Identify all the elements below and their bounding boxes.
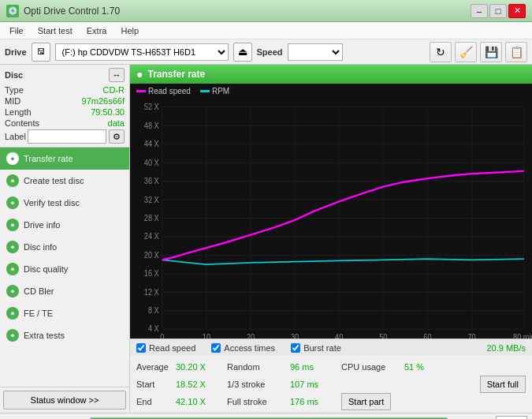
chart-legend: Read speed RPM <box>130 84 532 98</box>
stat-cpu-key: CPU usage <box>341 362 404 372</box>
stats-row-2: Start 18.52 X 1/3 stroke 107 ms Start fu… <box>136 376 526 393</box>
stat-end-key: End <box>136 397 176 406</box>
nav-icon-create-test-disc: ● <box>6 174 19 187</box>
start-part-button[interactable]: Start part <box>341 393 391 410</box>
stat-end-val: 42.10 X <box>176 397 227 406</box>
legend-read-speed-label: Read speed <box>148 87 191 95</box>
svg-text:28 X: 28 X <box>144 213 159 223</box>
nav-items: ● Transfer rate ● Create test disc ● Ver… <box>0 148 129 387</box>
cb-burst-rate[interactable]: Burst rate <box>291 343 341 353</box>
disc-length-val: 79:50.30 <box>91 107 125 117</box>
disc-label-input[interactable] <box>28 129 106 144</box>
stats-area: Average 30.20 X Random 96 ms CPU usage 5… <box>130 356 532 413</box>
nav-icon-verify-test-disc: ● <box>6 196 19 209</box>
close-button[interactable]: ✕ <box>508 4 526 18</box>
nav-icon-fe-te: ● <box>6 307 19 320</box>
svg-text:52 X: 52 X <box>144 103 159 112</box>
sidebar: Disc ↔ Type CD-R MID 97m26s66f Length 79… <box>0 65 130 413</box>
drive-bar: Drive 🖫 (F:) hp CDDVDW TS-H653T H6D1 ⏏ S… <box>0 39 532 65</box>
svg-text:70: 70 <box>467 333 476 339</box>
disc-label-settings-button[interactable]: ⚙ <box>109 129 125 144</box>
cb-access-times-label: Access times <box>224 343 275 353</box>
drive-select[interactable]: (F:) hp CDDVDW TS-H653T H6D1 <box>55 43 229 61</box>
nav-icon-extra-tests: ● <box>6 329 19 342</box>
stat-fullstroke-key: Full stroke <box>227 397 290 406</box>
sidebar-bottom: Status window >> <box>0 387 129 413</box>
svg-text:20 X: 20 X <box>144 250 159 260</box>
content-area: ● Transfer rate Read speed RPM <box>130 65 532 413</box>
cb-read-speed-label: Read speed <box>149 343 195 353</box>
main-layout: Disc ↔ Type CD-R MID 97m26s66f Length 79… <box>0 65 532 413</box>
disc-length-key: Length <box>5 107 32 117</box>
status-window-button[interactable]: Status window >> <box>3 391 126 410</box>
svg-text:40 X: 40 X <box>144 158 159 167</box>
disc-contents-key: Contents <box>5 118 39 128</box>
menu-extra[interactable]: Extra <box>80 24 113 37</box>
nav-icon-cd-bler: ● <box>6 285 19 297</box>
nav-item-verify-test-disc[interactable]: ● Verify test disc <box>0 192 129 214</box>
legend-read-speed: Read speed <box>136 87 191 95</box>
svg-text:30: 30 <box>291 333 299 339</box>
start-full-button[interactable]: Start full <box>480 376 526 393</box>
disc-label-key: Label <box>5 132 26 141</box>
minimize-button[interactable]: – <box>471 4 488 18</box>
window-controls[interactable]: – □ ✕ <box>471 4 526 18</box>
disc-contents-val: data <box>108 118 125 128</box>
stat-random-key: Random <box>227 362 290 372</box>
menu-bar: File Start test Extra Help <box>0 22 532 39</box>
eject-button[interactable]: ⏏ <box>233 43 252 62</box>
stat-start-val: 18.52 X <box>176 380 227 389</box>
app-icon: 💿 <box>6 5 19 17</box>
cb-access-times-input[interactable] <box>211 343 221 353</box>
svg-text:4 X: 4 X <box>148 324 159 333</box>
chart-header-icon: ● <box>136 68 143 80</box>
stat-random-val: 96 ms <box>290 362 341 372</box>
disc-type-key: Type <box>5 85 24 95</box>
nav-item-cd-bler[interactable]: ● CD Bler <box>0 280 129 302</box>
nav-item-transfer-rate[interactable]: ● Transfer rate <box>0 148 129 170</box>
maximize-button[interactable]: □ <box>489 4 507 18</box>
cb-burst-rate-input[interactable] <box>291 343 300 353</box>
nav-item-extra-tests[interactable]: ● Extra tests <box>0 324 129 346</box>
legend-rpm-color <box>200 90 210 92</box>
save-button[interactable]: 💾 <box>480 42 502 62</box>
refresh-speed-button[interactable]: ↻ <box>430 42 452 62</box>
svg-text:24 X: 24 X <box>144 232 159 241</box>
nav-icon-drive-info: ● <box>6 219 19 231</box>
drive-label: Drive <box>5 47 27 57</box>
svg-text:0: 0 <box>160 333 165 339</box>
chart-svg: 52 X 48 X 44 X 40 X 36 X 32 X 28 X 24 X … <box>130 98 532 339</box>
nav-item-create-test-disc[interactable]: ● Create test disc <box>0 170 129 192</box>
menu-file[interactable]: File <box>3 24 30 37</box>
svg-text:8 X: 8 X <box>148 306 159 316</box>
nav-item-disc-quality[interactable]: ● Disc quality <box>0 258 129 280</box>
disc-mid-val: 97m26s66f <box>82 96 125 106</box>
cb-access-times[interactable]: Access times <box>211 343 275 353</box>
stat-average-key: Average <box>136 362 176 372</box>
cb-read-speed-input[interactable] <box>136 343 146 353</box>
speed-select[interactable] <box>288 43 343 61</box>
svg-text:32 X: 32 X <box>144 195 159 204</box>
menu-start-test[interactable]: Start test <box>32 24 79 37</box>
legend-read-speed-color <box>136 90 146 92</box>
clipboard-button[interactable]: 📋 <box>505 42 527 62</box>
cb-read-speed[interactable]: Read speed <box>136 343 195 353</box>
clear-button[interactable]: 🧹 <box>455 42 477 62</box>
chart-wrapper: 52 X 48 X 44 X 40 X 36 X 32 X 28 X 24 X … <box>130 98 532 339</box>
title-bar: 💿 Opti Drive Control 1.70 – □ ✕ <box>0 0 532 22</box>
disc-mid-row: MID 97m26s66f <box>5 96 125 106</box>
stats-row-3: End 42.10 X Full stroke 176 ms Start par… <box>136 393 526 410</box>
menu-help[interactable]: Help <box>114 24 145 37</box>
stat-13stroke-val: 107 ms <box>290 380 341 389</box>
disc-refresh-button[interactable]: ↔ <box>109 68 125 82</box>
nav-item-disc-info[interactable]: ● Disc info <box>0 236 129 258</box>
nav-icon-disc-info: ● <box>6 241 19 253</box>
app-title: Opti Drive Control 1.70 <box>24 6 120 17</box>
nav-item-drive-info[interactable]: ● Drive info <box>0 214 129 236</box>
svg-text:40: 40 <box>335 333 344 339</box>
disc-type-row: Type CD-R <box>5 85 125 95</box>
svg-text:44 X: 44 X <box>144 140 159 149</box>
checkboxes-row: Read speed Access times Burst rate 20.9 … <box>130 339 532 356</box>
drive-toolbar-buttons: ↻ 🧹 💾 📋 <box>430 42 527 62</box>
nav-item-fe-te[interactable]: ● FE / TE <box>0 302 129 324</box>
